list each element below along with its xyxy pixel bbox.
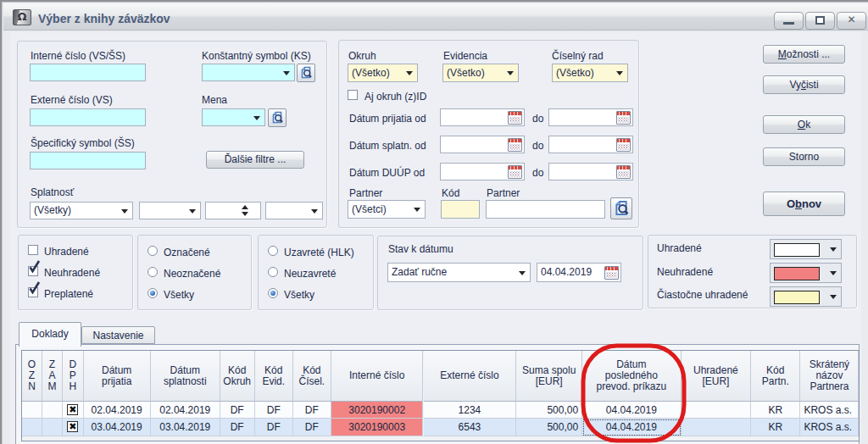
legend-neuhradene-colorpicker[interactable]: [770, 263, 842, 283]
externe-cislo-input[interactable]: [30, 108, 146, 126]
aj-okruh-checkbox[interactable]: [348, 90, 358, 100]
column-header[interactable]: Dátum prijatia: [84, 351, 151, 402]
spin-up-icon[interactable]: [242, 205, 248, 209]
calendar-icon[interactable]: [508, 111, 522, 125]
grid-cell[interactable]: 03.04.2019: [151, 419, 220, 436]
partner-combo[interactable]: (Všetci): [348, 200, 426, 219]
grid-cell[interactable]: 3020190003: [331, 419, 424, 436]
grid-cell[interactable]: 500,00: [516, 402, 582, 419]
column-header[interactable]: Z A M: [42, 351, 63, 402]
datum-splatn-od-input[interactable]: [440, 136, 525, 153]
tab-nastavenie[interactable]: Nastavenie: [81, 326, 155, 344]
grid-cell[interactable]: [682, 402, 752, 419]
calendar-icon[interactable]: [616, 138, 631, 152]
close-button[interactable]: ✕: [837, 12, 866, 30]
calendar-icon[interactable]: [508, 165, 522, 179]
grid-cell[interactable]: [42, 402, 63, 419]
grid-cell[interactable]: KR: [751, 402, 800, 419]
grid-cell[interactable]: [22, 402, 42, 419]
column-header[interactable]: Kód Partn.: [751, 351, 800, 402]
konstantny-symbol-combo[interactable]: [202, 64, 295, 81]
grid-cell[interactable]: [22, 419, 42, 436]
grid-cell[interactable]: ✖: [63, 419, 84, 436]
grid-cell[interactable]: 3020190002: [331, 402, 424, 419]
datum-prijatia-od-input[interactable]: [440, 108, 525, 126]
evidencia-combo[interactable]: (Všetko): [442, 64, 519, 82]
splatnost-combo[interactable]: (Všetky): [30, 202, 133, 219]
mena-search-button[interactable]: [268, 108, 287, 127]
minimize-button[interactable]: [774, 12, 804, 30]
spin-down-icon[interactable]: [242, 212, 248, 216]
column-header[interactable]: Skrátený názov Partnera: [800, 351, 859, 402]
uzavrete-radio[interactable]: [268, 246, 278, 256]
calendar-icon[interactable]: [508, 138, 522, 152]
grid-cell[interactable]: 500,00: [516, 419, 582, 436]
grid-cell[interactable]: KROS a.s.: [800, 419, 859, 436]
column-header[interactable]: Kód Evid.: [255, 351, 293, 402]
grid-cell[interactable]: 03.04.2019: [84, 419, 151, 436]
uhradene-checkbox[interactable]: [28, 245, 38, 255]
stav-combo[interactable]: Zadať ručne: [387, 263, 531, 282]
column-header[interactable]: D P H: [63, 351, 84, 402]
calendar-icon[interactable]: [616, 165, 631, 179]
partner-search-button[interactable]: [610, 197, 632, 219]
column-header[interactable]: Kód Čísel.: [293, 351, 331, 402]
column-header[interactable]: Dátum posledného prevod. príkazu: [582, 351, 682, 402]
oznacene-radio[interactable]: [147, 246, 158, 256]
grid-cell[interactable]: 02.04.2019: [151, 402, 220, 419]
grid-cell[interactable]: DF: [255, 419, 293, 436]
grid-cell[interactable]: 04.04.2019: [582, 402, 682, 419]
ok-button[interactable]: Ok: [763, 115, 845, 134]
legend-uhradene-colorpicker[interactable]: [770, 239, 842, 259]
stav-date-input[interactable]: 04.04.2019: [537, 263, 621, 282]
interne-cislo-input[interactable]: [30, 64, 146, 81]
grid-cell[interactable]: DF: [255, 402, 293, 419]
grid-cell[interactable]: 6543: [424, 419, 517, 436]
splatnost-combo2[interactable]: [139, 202, 201, 219]
partner-name-input[interactable]: [486, 200, 605, 219]
konstantny-symbol-search-button[interactable]: [297, 64, 315, 82]
datum-prijatia-do-input[interactable]: [548, 108, 633, 126]
column-header[interactable]: Uhradené [EUR]: [682, 351, 752, 402]
grid-cell[interactable]: ✖: [63, 402, 84, 419]
column-header[interactable]: Interné číslo: [331, 351, 424, 402]
calendar-icon[interactable]: [604, 266, 619, 280]
grid-cell[interactable]: DF: [293, 419, 331, 436]
grid-cell[interactable]: DF: [220, 402, 255, 419]
legend-ciastocne-colorpicker[interactable]: [770, 286, 842, 307]
maximize-button[interactable]: [805, 12, 835, 30]
tab-doklady[interactable]: Doklady: [19, 322, 81, 347]
column-header[interactable]: Dátum splatnosti: [151, 351, 220, 402]
grid-cell[interactable]: 02.04.2019: [84, 402, 151, 419]
neuzavrete-radio[interactable]: [268, 267, 278, 277]
storno-button[interactable]: Storno: [763, 147, 845, 166]
mena-combo[interactable]: [202, 108, 265, 126]
grid-cell[interactable]: KR: [751, 419, 800, 436]
column-header[interactable]: Externé číslo: [424, 351, 517, 402]
column-header[interactable]: Suma spolu [EUR]: [516, 351, 582, 402]
kod-input[interactable]: [441, 200, 480, 219]
splatnost-combo3[interactable]: [265, 202, 323, 219]
grid-cell[interactable]: [42, 419, 63, 436]
ciselny-rad-combo[interactable]: (Všetko): [552, 64, 628, 82]
obnov-button[interactable]: Obnov: [763, 191, 845, 216]
grid-cell[interactable]: [682, 419, 752, 436]
vsetky-marked-radio[interactable]: [147, 288, 158, 298]
grid-cell[interactable]: 1234: [424, 402, 517, 419]
calendar-icon[interactable]: [616, 111, 631, 125]
grid-cell[interactable]: KROS a.s.: [800, 402, 859, 419]
column-header[interactable]: Kód Okruh: [220, 351, 255, 402]
moznosti-button[interactable]: Možnosti ...: [763, 45, 845, 64]
splatnost-spinner[interactable]: [205, 202, 261, 219]
datum-splatn-do-input[interactable]: [548, 136, 633, 153]
dalsie-filtre-button[interactable]: Ďalšie filtre ...: [206, 151, 304, 169]
vsetky-closed-radio[interactable]: [268, 288, 278, 298]
grid-cell[interactable]: DF: [293, 402, 331, 419]
grid-cell[interactable]: DF: [220, 419, 255, 436]
datum-duup-od-input[interactable]: [440, 163, 525, 180]
datum-duup-do-input[interactable]: [548, 163, 633, 180]
neoznacene-radio[interactable]: [147, 267, 158, 277]
vycisti-button[interactable]: Vyčisti: [763, 75, 845, 94]
specificky-symbol-input[interactable]: [30, 152, 146, 169]
okruh-combo[interactable]: (Všetko): [348, 64, 418, 82]
